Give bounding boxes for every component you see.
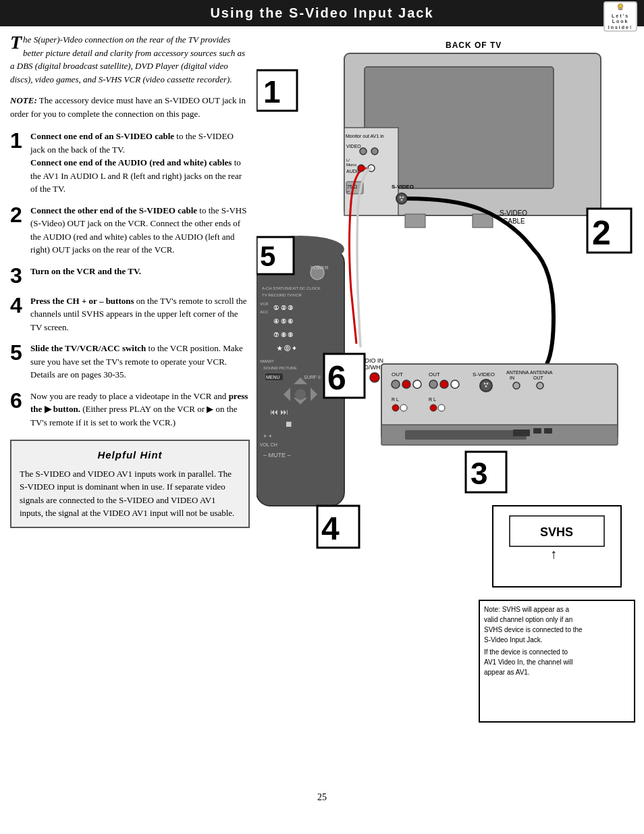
hint-box: Helpful Hint The S-VIDEO and VIDEO AV1 i… [10, 440, 250, 528]
svg-text:⏮  ⏭: ⏮ ⏭ [270, 407, 288, 417]
step-1-bold1: Connect one end of an S-VIDEO cable [30, 131, 174, 141]
left-column: The S(uper)-Video connection on the rear… [10, 33, 250, 779]
svg-text:SVHS: SVHS [540, 525, 573, 539]
svg-point-50 [440, 380, 448, 388]
svg-text:↑: ↑ [550, 546, 557, 561]
svg-point-55 [487, 383, 489, 385]
svg-text:1: 1 [263, 74, 281, 109]
back-of-tv-label: BACK OF TV [446, 41, 502, 50]
look-inside-icon: Let'sLookInside! [603, 1, 637, 32]
svg-text:Monitor out  AV1 in: Monitor out AV1 in [346, 134, 384, 138]
svg-text:S-VIDEO: S-VIDEO [392, 184, 414, 190]
svg-text:SURF  II: SURF II [304, 375, 321, 380]
svg-point-54 [484, 383, 486, 385]
step-6-number: 6 [10, 390, 26, 411]
step-3: 3 Turn on the VCR and the TV. [10, 265, 250, 286]
step-1-bold2: Connect one end of the AUDIO (red and wh… [30, 157, 232, 167]
svg-point-65 [400, 405, 407, 411]
svg-point-68 [438, 405, 445, 411]
step-5-number: 5 [10, 342, 26, 363]
svg-text:ANTENNA: ANTENNA [506, 370, 529, 375]
svg-text:ANTENNA: ANTENNA [530, 370, 553, 375]
step-3-number: 3 [10, 265, 26, 286]
svg-text:2: 2 [592, 214, 611, 252]
svg-rect-43 [513, 429, 530, 436]
svg-text:OUT: OUT [429, 371, 440, 377]
steps-container: 1 Connect one end of an S-VIDEO cable to… [10, 130, 250, 429]
svg-text:★  ⓪  ✦: ★ ⓪ ✦ [277, 345, 297, 352]
svg-text:3: 3 [471, 456, 488, 491]
step-6-text: Now you are ready to place a videotape i… [30, 390, 250, 429]
svg-text:–   MUTE  –: – MUTE – [263, 452, 291, 459]
hint-title: Helpful Hint [20, 448, 240, 463]
svg-rect-40 [405, 430, 527, 440]
svg-text:OUT: OUT [533, 375, 544, 380]
step-1: 1 Connect one end of an S-VIDEO cable to… [10, 130, 250, 196]
intro-paragraph: The S(uper)-Video connection on the rear… [10, 33, 250, 86]
step-2-bold: Connect the other end of the S-VIDEO cab… [30, 205, 197, 215]
svg-text:5: 5 [260, 240, 275, 272]
svg-text:+         +: + + [263, 433, 272, 440]
note-paragraph: NOTE: The accessory device must have an … [10, 94, 250, 120]
svg-point-10 [360, 148, 367, 155]
svg-text:⑦  ⑧  ⑨: ⑦ ⑧ ⑨ [273, 332, 293, 338]
svg-point-51 [451, 380, 459, 388]
svg-text:①  ②  ③: ① ② ③ [273, 305, 293, 311]
svg-point-21 [396, 193, 407, 204]
step-5-bold: Slide the TV/VCR/ACC switch [30, 343, 146, 353]
svg-text:valid channel option only if a: valid channel option only if an [484, 616, 572, 623]
main-diagram-svg: BACK OF TV Monitor out AV1 in VIDEO [257, 33, 641, 776]
svg-rect-5 [405, 214, 425, 228]
drop-cap: T [10, 33, 22, 52]
main-content: The S(uper)-Video connection on the rear… [0, 26, 644, 785]
svg-text:POWER: POWER [311, 265, 328, 270]
svg-text:ACC: ACC [260, 310, 269, 314]
svg-text:④  ⑤  ⑥: ④ ⑤ ⑥ [273, 318, 293, 325]
step-4: 4 Press the CH + or – buttons on the TV'… [10, 294, 250, 334]
svg-text:VIDEO: VIDEO [346, 144, 361, 149]
header-title: Using the S-Video Input Jack [210, 5, 433, 20]
svg-point-46 [402, 380, 410, 388]
svg-text:SVHS device is connected to th: SVHS device is connected to the [484, 626, 583, 633]
svg-text:appear as AV1.: appear as AV1. [484, 669, 530, 676]
step-4-text: Press the CH + or – buttons on the TV's … [30, 294, 250, 334]
step-3-bold: Turn on the VCR and the TV. [30, 266, 141, 276]
svg-point-23 [402, 197, 404, 199]
step-1-text: Connect one end of an S-VIDEO cable to t… [30, 130, 250, 196]
page-header: Using the S-Video Input Jack Let'sLookIn… [0, 0, 644, 26]
svg-text:SMART: SMART [260, 359, 274, 363]
step-4-number: 4 [10, 294, 26, 316]
right-column: BACK OF TV Monitor out AV1 in VIDEO [257, 33, 641, 779]
step-2-text: Connect the other end of the S-VIDEO cab… [30, 204, 250, 257]
svg-rect-42 [544, 428, 552, 434]
hint-text: The S-VIDEO and VIDEO AV1 inputs work in… [20, 467, 240, 520]
svg-text:TV   RECORD         TV/VCR: TV RECORD TV/VCR [262, 293, 302, 297]
diagram-area: BACK OF TV Monitor out AV1 in VIDEO [257, 33, 641, 779]
intro-text: he S(uper)-Video connection on the rear … [10, 34, 245, 84]
svg-text:R    L: R L [429, 397, 436, 402]
svg-text:MENU: MENU [266, 375, 280, 380]
svg-point-22 [400, 197, 402, 199]
svg-rect-6 [473, 214, 493, 228]
step-6-text1: Now you are ready to place a videotape i… [30, 391, 229, 401]
svg-text:VOL     CH: VOL CH [260, 442, 277, 447]
step-2-number: 2 [10, 204, 26, 226]
step-2: 2 Connect the other end of the S-VIDEO c… [10, 204, 250, 257]
svg-text:IN: IN [510, 375, 514, 380]
note-text: The accessory device must have an S-VIDE… [10, 95, 246, 119]
svg-point-1 [619, 5, 620, 6]
step-5: 5 Slide the TV/VCR/ACC switch to the VCR… [10, 342, 250, 382]
svg-text:Mono: Mono [346, 163, 357, 167]
svg-point-64 [392, 405, 399, 411]
step-5-text: Slide the TV/VCR/ACC switch to the VCR p… [30, 342, 250, 382]
svg-text:If the device is connected to: If the device is connected to [484, 648, 568, 656]
svg-point-49 [429, 380, 437, 388]
step-4-bold: Press the CH + or – buttons [30, 296, 134, 306]
svg-point-11 [371, 148, 378, 155]
svg-point-2 [621, 5, 622, 6]
svg-text:AV1 Video In, the channel will: AV1 Video In, the channel will [484, 658, 572, 666]
svg-text:L/: L/ [346, 158, 350, 162]
svg-text:S-Video Input Jack.: S-Video Input Jack. [484, 636, 543, 644]
page-number: 25 [0, 785, 644, 810]
svg-text:Note: SVHS will appear as a: Note: SVHS will appear as a [484, 606, 570, 613]
